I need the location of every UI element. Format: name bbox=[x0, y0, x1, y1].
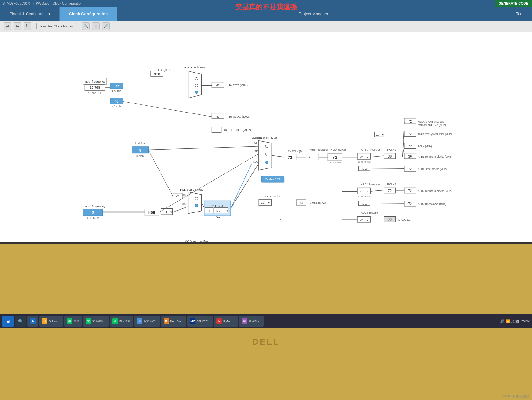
svg-text:X 1: X 1 bbox=[362, 202, 367, 205]
svg-text:/1: /1 bbox=[261, 201, 264, 204]
svg-point-19 bbox=[195, 84, 198, 87]
zoom-in-button[interactable]: 🔍 bbox=[82, 22, 90, 30]
svg-text:MCO source Mux: MCO source Mux bbox=[185, 239, 208, 242]
svg-text:HSE_RTC: HSE_RTC bbox=[158, 68, 170, 72]
svg-text:Input frequency: Input frequency bbox=[84, 205, 105, 208]
zoom-out-button[interactable]: 🔎 bbox=[102, 22, 110, 30]
svg-text:72: 72 bbox=[408, 167, 412, 171]
svg-text:72: 72 bbox=[408, 119, 412, 123]
svg-text:HSE: HSE bbox=[148, 211, 155, 214]
file-label: PWM.ioc - Clock Configuration bbox=[36, 2, 82, 5]
svg-text:32.768: 32.768 bbox=[90, 86, 100, 89]
tab-tools[interactable]: Tools bbox=[510, 7, 532, 21]
svg-text:To RTC (KHz): To RTC (KHz) bbox=[229, 83, 248, 87]
svg-text:memory and DMA (MHz): memory and DMA (MHz) bbox=[418, 124, 446, 127]
start-button[interactable]: ⊞ bbox=[2, 316, 14, 327]
svg-text:APB2 timer clocks (MHz): APB2 timer clocks (MHz) bbox=[418, 203, 446, 206]
svg-text:LSI RC: LSI RC bbox=[112, 90, 121, 93]
svg-marker-68 bbox=[258, 140, 272, 170]
svg-text:To IWDG (KHz): To IWDG (KHz) bbox=[229, 115, 250, 118]
svg-marker-17 bbox=[188, 71, 201, 98]
dell-logo: DELL bbox=[252, 337, 280, 347]
svg-text:APB2 peripheral clocks (MHz): APB2 peripheral clocks (MHz) bbox=[418, 190, 452, 192]
taskbar-app-flymcu[interactable]: F FlyMcu ... bbox=[214, 316, 238, 327]
svg-text:AHB Prescaler: AHB Prescaler bbox=[310, 148, 328, 151]
taskbar-app-explorer[interactable]: D D:\Hom... bbox=[39, 316, 63, 327]
fit-all-button[interactable]: ⊡ bbox=[92, 22, 100, 30]
svg-text:To Cortex System timer (MHz): To Cortex System timer (MHz) bbox=[418, 133, 452, 136]
svg-text:∨: ∨ bbox=[268, 201, 270, 204]
chip-label: STM32F103C81X bbox=[2, 2, 30, 5]
svg-text:HCLK to AHB bus, core,: HCLK to AHB bus, core, bbox=[418, 120, 445, 123]
tab-clock-config[interactable]: Clock Configuration bbox=[60, 7, 117, 21]
svg-text:72: 72 bbox=[299, 201, 303, 204]
svg-text:∨: ∨ bbox=[367, 155, 369, 158]
svg-text:X 2: X 2 bbox=[362, 167, 367, 170]
taskbar-systray: 🔊 📶 英 图 CSDN bbox=[500, 319, 530, 324]
svg-text:72 MHz max: 72 MHz max bbox=[358, 195, 371, 198]
svg-text:APB1 Timer clocks (MHz): APB1 Timer clocks (MHz) bbox=[418, 168, 447, 171]
svg-text:∨: ∨ bbox=[226, 209, 228, 212]
generate-code-button[interactable]: GENERATE CODE bbox=[495, 0, 532, 7]
undo-button[interactable]: ↩ bbox=[4, 22, 11, 30]
svg-text:∨: ∨ bbox=[170, 210, 172, 213]
svg-text:/2: /2 bbox=[360, 155, 363, 158]
svg-text:FCLK (MHz): FCLK (MHz) bbox=[418, 145, 432, 148]
svg-text:∨: ∨ bbox=[315, 156, 318, 159]
taskbar-app-imgviewer[interactable]: 图 图片查看 bbox=[110, 316, 133, 327]
svg-text:HSE: HSE bbox=[182, 202, 188, 206]
watermark-text: 笑是真的不是我逞强 bbox=[235, 2, 297, 12]
svg-text:∨: ∨ bbox=[367, 189, 369, 193]
svg-text:Input frequency: Input frequency bbox=[84, 80, 105, 83]
tab-project-manager[interactable]: Project Manager bbox=[117, 7, 510, 21]
svg-text:PCLK2: PCLK2 bbox=[387, 183, 396, 186]
svg-text:To FLITFCLK (MHz): To FLITFCLK (MHz) bbox=[224, 128, 251, 132]
svg-text:ADC Prescaler: ADC Prescaler bbox=[361, 211, 379, 214]
svg-text:∨: ∨ bbox=[382, 133, 384, 136]
app-window: STM32F103C81X > PWM.ioc - Clock Configur… bbox=[0, 0, 532, 242]
svg-text:APB2 Prescaler: APB2 Prescaler bbox=[361, 183, 380, 186]
svg-text:6: 6 bbox=[92, 210, 94, 215]
svg-text:RTC Clock Mux: RTC Clock Mux bbox=[184, 66, 205, 69]
svg-text:X 9: X 9 bbox=[216, 209, 221, 212]
svg-text:USB Prescaler: USB Prescaler bbox=[263, 195, 280, 198]
svg-text:To USB (MHz): To USB (MHz) bbox=[308, 201, 326, 204]
resolve-clock-issues-button[interactable]: Resolve Clock Issues bbox=[36, 23, 77, 29]
taskbar-app-lincon[interactable]: 林 林肯嘉 -... bbox=[239, 316, 264, 327]
svg-text:SYSCLK (MHz): SYSCLK (MHz) bbox=[288, 150, 306, 153]
svg-text:40: 40 bbox=[216, 115, 219, 118]
toolbar: ↩ ↪ ↻ Resolve Clock Issues 🔍 ⊡ 🔎 bbox=[0, 21, 532, 32]
systray-icons: 🔊 📶 英 图 bbox=[500, 319, 519, 324]
taskbar-app-wechat[interactable]: 微 微信 bbox=[64, 316, 82, 327]
svg-text:/2: /2 bbox=[360, 218, 363, 222]
svg-text:*PLLMul: *PLLMul bbox=[212, 204, 223, 208]
taskbar-app-transfer[interactable]: 文 文件传输... bbox=[83, 316, 109, 327]
svg-text:36: 36 bbox=[408, 154, 412, 158]
svg-text:72 MHz max: 72 MHz max bbox=[328, 161, 342, 164]
svg-text:8: 8 bbox=[139, 148, 141, 152]
keyboard-area: DELL bbox=[0, 328, 532, 400]
svg-text:4-16 MHz: 4-16 MHz bbox=[87, 217, 99, 220]
svg-text:HSI: HSI bbox=[182, 193, 186, 197]
svg-text:To ADC1,2: To ADC1,2 bbox=[397, 218, 411, 221]
taskbar-app-stm32cubemx[interactable]: MX STM32C... bbox=[187, 316, 213, 327]
refresh-button[interactable]: ↻ bbox=[24, 22, 31, 30]
svg-text:∨: ∨ bbox=[367, 218, 369, 222]
taskbar-app-ie[interactable]: e bbox=[27, 316, 38, 327]
svg-point-54 bbox=[195, 198, 198, 200]
svg-text:0-1000 KHz: 0-1000 KHz bbox=[88, 92, 102, 95]
search-button[interactable]: 🔍 bbox=[15, 316, 26, 327]
taskbar-app-keil[interactable]: K Keil uVis... bbox=[161, 316, 186, 327]
svg-text:PLL: PLL bbox=[215, 215, 220, 218]
svg-text:HSI RC: HSI RC bbox=[135, 141, 146, 144]
svg-text:36: 36 bbox=[388, 218, 392, 221]
svg-text:72: 72 bbox=[288, 155, 292, 160]
taskbar-app-write[interactable]: 写 写文章-C... bbox=[134, 316, 160, 327]
svg-text:APB1 Prescaler: APB1 Prescaler bbox=[361, 148, 380, 151]
tab-pinout[interactable]: Pinout & Configuration bbox=[0, 7, 60, 21]
svg-text:↖: ↖ bbox=[279, 218, 283, 223]
svg-text:72: 72 bbox=[332, 155, 337, 160]
svg-text:/1: /1 bbox=[376, 133, 379, 136]
svg-text:8 MHz: 8 MHz bbox=[136, 154, 145, 157]
redo-button[interactable]: ↪ bbox=[14, 22, 21, 30]
